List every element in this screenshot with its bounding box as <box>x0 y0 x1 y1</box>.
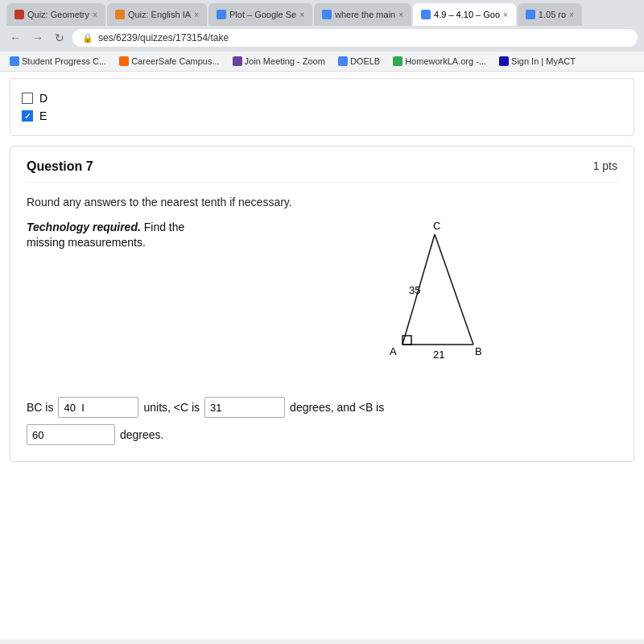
tab-close-4[interactable]: × <box>398 10 403 19</box>
checkbox-e[interactable]: ✓ <box>22 110 33 122</box>
tab-close-3[interactable]: × <box>299 10 304 19</box>
instructions-text: Round any answers to the nearest tenth i… <box>27 196 617 208</box>
c-angle-input[interactable] <box>204 397 285 418</box>
option-d-label: D <box>39 92 47 105</box>
bookmark-icon-4 <box>338 56 348 66</box>
bookmark-careersafe[interactable]: CareerSafe Campus... <box>116 55 222 68</box>
url-bar[interactable]: 🔒 ses/6239/quizzes/173154/take <box>72 29 638 47</box>
triangle-svg: C A B 35 21 <box>338 220 499 381</box>
answer-row-1: BC is units, <C is degrees, and <B is <box>27 397 617 418</box>
answer-row-2: degrees. <box>27 424 617 445</box>
tab-label-4: where the main <box>335 10 395 19</box>
tab-4[interactable]: where the main × <box>314 3 411 26</box>
prev-question-tail: D ✓ E <box>10 78 634 136</box>
question-header: Question 7 1 pts <box>27 159 617 183</box>
browser-chrome: Quiz: Geometry × Quiz: English IA × Plot… <box>0 0 644 72</box>
reload-button[interactable]: ↻ <box>52 30 68 46</box>
bc-units: units, <C is <box>143 401 200 414</box>
b-angle-input[interactable] <box>27 424 115 445</box>
bookmark-icon-1 <box>10 56 19 66</box>
option-d-row: D <box>22 92 622 105</box>
tab-close-1[interactable]: × <box>93 10 97 19</box>
bookmark-label-3: Join Meeting - Zoom <box>245 56 325 66</box>
bookmark-label-6: Sign In | MyACT <box>511 56 576 66</box>
tab-5[interactable]: 4.9 – 4.10 – Goo × <box>413 3 516 26</box>
tab-favicon-4 <box>322 10 332 19</box>
address-bar: ← → ↻ 🔒 ses/6239/quizzes/173154/take <box>0 26 644 52</box>
tab-2[interactable]: Quiz: English IA × <box>107 3 207 26</box>
bc-input[interactable] <box>58 397 138 418</box>
question-7-card: Question 7 1 pts Round any answers to th… <box>10 146 634 462</box>
tech-required-text: Technology required. Find the <box>27 220 204 234</box>
tab-close-5[interactable]: × <box>503 10 508 19</box>
label-a: A <box>390 345 397 357</box>
tab-close-6[interactable]: × <box>569 10 574 19</box>
bookmark-icon-2 <box>119 56 129 66</box>
tab-close-2[interactable]: × <box>194 10 199 19</box>
tab-label-2: Quiz: English IA <box>128 10 191 19</box>
tab-3[interactable]: Plot – Google Se × <box>208 3 312 26</box>
bookmark-homeworkla[interactable]: HomeworkLA.org -... <box>390 55 489 68</box>
bookmarks-bar: Student Progress C... CareerSafe Campus.… <box>0 52 644 72</box>
bookmark-student-progress[interactable]: Student Progress C... <box>6 55 109 68</box>
tab-6[interactable]: 1.05 ro × <box>518 3 582 26</box>
forward-button[interactable]: → <box>29 30 47 46</box>
tech-label: Technology required. <box>27 221 141 233</box>
label-b: B <box>475 345 482 357</box>
b-suffix: degrees. <box>120 428 163 441</box>
label-side-ab: 21 <box>433 349 444 361</box>
url-text: ses/6239/quizzes/173154/take <box>98 32 229 43</box>
label-c: C <box>433 220 440 232</box>
triangle-area: C A B 35 21 <box>220 220 617 381</box>
tab-label-5: 4.9 – 4.10 – Goo <box>434 10 500 19</box>
bookmark-icon-6 <box>499 56 509 66</box>
bookmark-doelb[interactable]: DOELB <box>335 55 383 68</box>
bookmark-label-1: Student Progress C... <box>22 56 106 66</box>
question-body: Technology required. Find the missing me… <box>27 220 617 381</box>
checkbox-d[interactable] <box>22 93 33 104</box>
tab-favicon-3 <box>217 10 226 19</box>
tab-label-1: Quiz: Geometry <box>27 10 89 19</box>
bookmark-label-4: DOELB <box>350 56 380 66</box>
bookmark-icon-3 <box>233 56 242 66</box>
tab-label-3: Plot – Google Se <box>229 10 296 19</box>
svg-line-2 <box>435 234 473 345</box>
tab-label-6: 1.05 ro <box>539 10 566 19</box>
bc-label: BC is <box>27 401 53 414</box>
find-label: Find the <box>141 221 184 233</box>
option-e-label: E <box>39 109 47 122</box>
tab-favicon-5 <box>421 10 431 19</box>
bookmark-label-5: HomeworkLA.org -... <box>405 56 486 66</box>
option-e-row: ✓ E <box>22 109 622 122</box>
label-side-ca: 35 <box>409 284 420 296</box>
question-pts: 1 pts <box>593 159 617 172</box>
bookmark-myact[interactable]: Sign In | MyACT <box>496 55 579 68</box>
question-title: Question 7 <box>27 159 93 174</box>
tab-1[interactable]: Quiz: Geometry × <box>6 3 105 26</box>
c-suffix: degrees, and <B is <box>290 401 384 414</box>
bookmark-icon-5 <box>393 56 402 66</box>
missing-label: missing measurements. <box>27 236 204 249</box>
page-content: D ✓ E Question 7 1 pts Round any answers… <box>0 72 644 639</box>
lock-icon: 🔒 <box>82 33 93 43</box>
bookmark-label-2: CareerSafe Campus... <box>131 56 219 66</box>
back-button[interactable]: ← <box>6 30 24 46</box>
tab-favicon-2 <box>115 10 125 19</box>
tab-favicon-1 <box>14 10 24 19</box>
bookmark-zoom[interactable]: Join Meeting - Zoom <box>229 55 328 68</box>
checkmark-e: ✓ <box>24 112 31 121</box>
tab-favicon-6 <box>526 10 535 19</box>
tabs-bar: Quiz: Geometry × Quiz: English IA × Plot… <box>0 0 644 26</box>
question-text-area: Technology required. Find the missing me… <box>27 220 204 249</box>
